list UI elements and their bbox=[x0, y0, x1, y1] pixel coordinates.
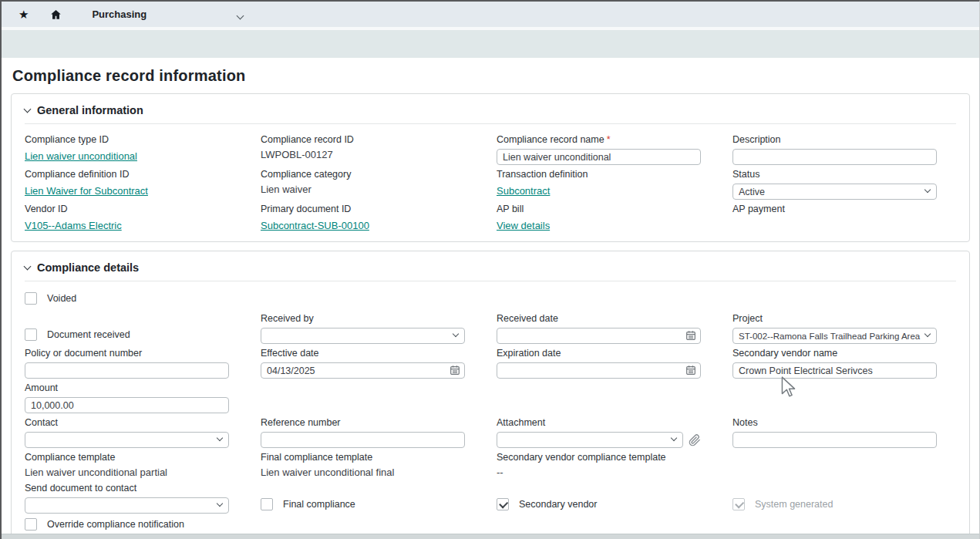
field-contact: Contact bbox=[25, 417, 229, 448]
chevron-down-icon bbox=[24, 105, 32, 113]
voided-checkbox-item[interactable]: Voided bbox=[25, 291, 229, 305]
expiration-date-input[interactable] bbox=[497, 362, 701, 379]
field-compliance-definition-id: Compliance definition ID Lien Waiver for… bbox=[25, 169, 229, 200]
expiration-date-wrap bbox=[497, 362, 701, 379]
received-date-wrap bbox=[497, 328, 701, 344]
attachment-row bbox=[497, 432, 701, 448]
received-date-input[interactable] bbox=[497, 328, 701, 344]
section-title: Compliance details bbox=[37, 261, 139, 274]
voided-checkbox[interactable] bbox=[25, 292, 37, 305]
contact-select[interactable] bbox=[25, 432, 229, 448]
field-attachment: Attachment bbox=[497, 417, 701, 448]
field-label: Send document to contact bbox=[25, 483, 229, 494]
effective-date-wrap bbox=[261, 362, 465, 379]
field-label: AP payment bbox=[732, 204, 937, 215]
send-document-to-contact-select[interactable] bbox=[25, 497, 229, 514]
field-vendor-id: Vendor ID V105--Adams Electric bbox=[25, 204, 229, 232]
field-description: Description bbox=[732, 134, 937, 165]
field-status: Status Active bbox=[732, 169, 937, 200]
field-ap-payment: AP payment bbox=[732, 204, 937, 232]
field-reference-number: Reference number bbox=[261, 417, 465, 448]
compliance-definition-id-link[interactable]: Lien Waiver for Subcontract bbox=[25, 185, 148, 197]
final-compliance-template-value: Lien waiver unconditional final bbox=[261, 467, 465, 479]
favorite-star-icon[interactable]: ★ bbox=[19, 8, 29, 20]
secondary-vendor-checkbox-item[interactable]: Secondary vendor bbox=[497, 483, 701, 510]
module-menu-chevron-down-icon[interactable] bbox=[237, 8, 243, 22]
notes-input[interactable] bbox=[732, 432, 937, 448]
field-compliance-template: Compliance template Lien waiver uncondit… bbox=[25, 452, 229, 479]
field-label: Compliance definition ID bbox=[25, 169, 229, 180]
compliance-type-id-link[interactable]: Lien waiver unconditional bbox=[25, 150, 137, 163]
field-compliance-record-name: Compliance record name* bbox=[497, 134, 701, 165]
field-label: Primary document ID bbox=[261, 204, 465, 215]
general-information-header[interactable]: General information bbox=[25, 100, 956, 124]
secondary-vendor-checkbox[interactable] bbox=[497, 498, 509, 510]
document-received-checkbox-item[interactable]: Document received bbox=[25, 313, 229, 341]
field-send-document-to-contact: Send document to contact bbox=[25, 483, 229, 514]
attachment-select[interactable] bbox=[497, 432, 683, 448]
field-label: Compliance category bbox=[261, 169, 465, 180]
field-policy-or-document-number: Policy or document number bbox=[25, 348, 229, 379]
effective-date-input[interactable] bbox=[261, 362, 465, 379]
description-input[interactable] bbox=[732, 149, 937, 165]
paperclip-icon[interactable] bbox=[689, 434, 701, 446]
field-label: Received by bbox=[261, 313, 465, 325]
reference-number-input[interactable] bbox=[261, 432, 465, 448]
field-label: Description bbox=[732, 134, 937, 146]
module-menu[interactable]: Purchasing bbox=[92, 8, 146, 20]
calendar-icon[interactable] bbox=[685, 365, 696, 379]
details-row-override: Override compliance notification bbox=[25, 517, 956, 531]
field-label: Secondary vendor compliance template bbox=[497, 452, 701, 463]
amount-input[interactable] bbox=[25, 397, 229, 413]
general-row-2: Compliance definition ID Lien Waiver for… bbox=[25, 169, 956, 200]
final-compliance-checkbox-item[interactable]: Final compliance bbox=[261, 483, 465, 510]
status-select[interactable]: Active bbox=[732, 184, 937, 200]
vendor-id-link[interactable]: V105--Adams Electric bbox=[25, 220, 122, 232]
checkbox-label: Secondary vendor bbox=[519, 499, 597, 510]
details-row-templates: Compliance template Lien waiver uncondit… bbox=[25, 452, 956, 479]
ap-bill-view-details-link[interactable]: View details bbox=[497, 220, 550, 232]
field-label: Notes bbox=[732, 417, 937, 429]
calendar-icon[interactable] bbox=[685, 330, 696, 344]
transaction-definition-link[interactable]: Subcontract bbox=[497, 185, 550, 197]
field-expiration-date: Expiration date bbox=[497, 348, 701, 379]
document-received-checkbox[interactable] bbox=[25, 328, 37, 341]
checkbox-label: Final compliance bbox=[283, 499, 355, 510]
home-icon[interactable] bbox=[49, 8, 62, 21]
field-label: Transaction definition bbox=[497, 169, 701, 180]
field-amount: Amount bbox=[25, 382, 229, 413]
final-compliance-checkbox[interactable] bbox=[261, 498, 273, 510]
field-received-date: Received date bbox=[497, 313, 701, 344]
field-label: Status bbox=[732, 169, 937, 180]
field-compliance-category: Compliance category Lien waiver bbox=[261, 169, 465, 200]
policy-or-document-number-input[interactable] bbox=[25, 362, 229, 379]
chevron-down-icon bbox=[453, 331, 459, 337]
received-by-select[interactable] bbox=[261, 328, 465, 344]
label-text: Compliance record name bbox=[497, 134, 605, 145]
details-row-voided: Voided bbox=[25, 291, 956, 305]
field-label: Attachment bbox=[497, 417, 701, 429]
override-compliance-notification-checkbox-item[interactable]: Override compliance notification bbox=[25, 517, 229, 531]
compliance-details-header[interactable]: Compliance details bbox=[25, 258, 956, 281]
field-label: Contact bbox=[25, 417, 229, 429]
override-compliance-notification-checkbox[interactable] bbox=[25, 518, 37, 531]
system-generated-checkbox-item: System generated bbox=[732, 483, 937, 510]
field-effective-date: Effective date bbox=[261, 348, 465, 379]
chevron-down-icon bbox=[671, 435, 677, 441]
details-row-received: Document received Received by Received d… bbox=[25, 313, 956, 344]
secondary-vendor-name-input[interactable] bbox=[732, 362, 937, 379]
checkbox-label: Document received bbox=[47, 329, 130, 340]
field-label: Compliance record name* bbox=[497, 134, 701, 146]
field-label: Policy or document number bbox=[25, 348, 229, 359]
calendar-icon[interactable] bbox=[450, 365, 460, 379]
chevron-down-icon bbox=[924, 331, 931, 337]
horizontal-scrollbar[interactable] bbox=[2, 534, 979, 539]
project-select[interactable]: ST-002--Ramona Falls Trailhead Parking A… bbox=[732, 328, 937, 344]
compliance-record-name-input[interactable] bbox=[497, 149, 701, 165]
field-compliance-record-id: Compliance record ID LWPOBL-00127 bbox=[261, 134, 465, 165]
primary-document-id-link[interactable]: Subcontract-SUB-00100 bbox=[261, 220, 369, 232]
field-label: Effective date bbox=[261, 348, 465, 359]
details-row-send: Send document to contact Final complianc… bbox=[25, 483, 956, 514]
checkbox-label: System generated bbox=[755, 499, 833, 510]
general-information-panel: General information Compliance type ID L… bbox=[11, 93, 970, 242]
